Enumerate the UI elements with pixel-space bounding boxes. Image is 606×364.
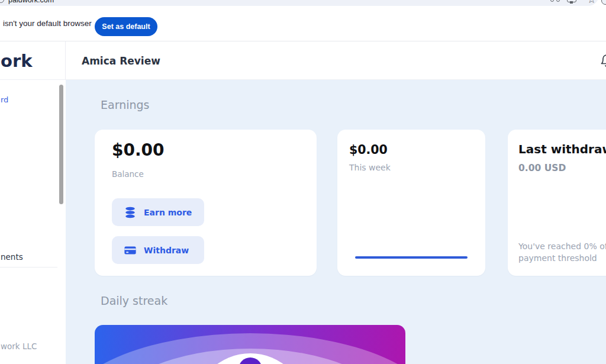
earn-more-button[interactable]: Earn more: [112, 198, 204, 226]
threshold-note: You've reached 0% of payment threshold: [518, 241, 606, 264]
sidebar-item-dashboard[interactable]: rd: [1, 95, 8, 104]
browser-url-bar: paidwork.com ☆: [0, 0, 606, 6]
default-browser-infobar: isn't your default browser Set as defaul…: [0, 6, 606, 41]
withdraw-label: Withdraw: [144, 246, 189, 255]
last-withdraw-title: Last withdraw: [518, 142, 606, 156]
earn-more-label: Earn more: [144, 208, 192, 217]
week-sparkline: [355, 256, 468, 259]
screen: paidwork.com ☆ isn't your default browse…: [0, 0, 606, 364]
infobar-message: isn't your default browser: [3, 19, 92, 28]
app-logo[interactable]: ork: [1, 51, 33, 71]
install-app-icon[interactable]: [567, 0, 576, 2]
last-withdraw-amount: 0.00 USD: [518, 163, 566, 173]
withdraw-button[interactable]: Withdraw: [112, 236, 204, 264]
balance-card: $0.00 Balance Earn more Withdraw: [95, 130, 317, 276]
sidebar: ork rd nents work LLC: [0, 41, 65, 364]
sidebar-scrollbar-thumb[interactable]: [59, 85, 63, 204]
week-label: This week: [349, 163, 391, 172]
page-title: Amica Review: [82, 55, 160, 67]
coins-icon: [124, 206, 137, 219]
balance-label: Balance: [112, 169, 144, 179]
app-header: Amica Review: [65, 41, 606, 80]
streak-section-title: Daily streak: [101, 294, 167, 307]
earnings-section-title: Earnings: [101, 98, 149, 111]
last-withdraw-card: Last withdraw 0.00 USD You've reached 0%…: [508, 130, 606, 276]
bookmark-star-icon[interactable]: ☆: [587, 0, 596, 5]
profile-avatar-icon[interactable]: [601, 0, 606, 5]
divider: [0, 79, 65, 80]
set-default-button[interactable]: Set as default: [95, 17, 157, 36]
url-text: paidwork.com: [8, 0, 54, 4]
daily-streak-banner[interactable]: [95, 325, 405, 364]
sidebar-footer-company: work LLC: [1, 342, 37, 351]
threshold-note-line1: You've reached 0% of: [518, 241, 606, 251]
week-card: $0.00 This week: [337, 130, 485, 276]
week-amount: $0.00: [349, 143, 388, 157]
threshold-note-line2: payment threshold: [518, 253, 597, 263]
notifications-bell-icon[interactable]: [599, 54, 606, 68]
main-content: Earnings $0.00 Balance Earn more Wit: [66, 80, 606, 364]
omnibox[interactable]: [0, 0, 599, 6]
sidebar-item-payments[interactable]: nents: [1, 252, 23, 262]
balance-amount: $0.00: [112, 140, 165, 160]
divider: [0, 267, 57, 268]
credit-card-icon: [124, 244, 137, 257]
